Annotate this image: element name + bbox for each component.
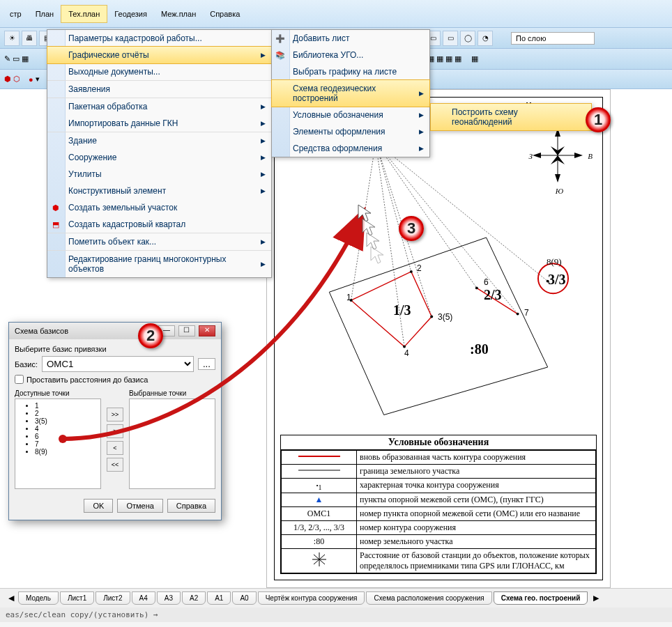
legend-box: Условные обозначения вновь образованная … [280, 435, 597, 574]
tb-btn[interactable]: ◯ [460, 31, 475, 46]
svg-line-19 [376, 142, 548, 281]
sheet-tab[interactable]: Лист2 [96, 591, 130, 605]
menu-item[interactable]: Редактирование границ многоконтурных объ… [47, 250, 271, 277]
menu-geodesy[interactable]: Геодезия [107, 6, 154, 22]
tb-btn[interactable]: ⬢ [4, 75, 11, 84]
distance-checkbox[interactable] [15, 375, 24, 384]
menu-help[interactable]: Справка [203, 6, 247, 22]
move-all-right[interactable]: >> [107, 408, 123, 421]
techplan-dropdown: Параметры кадастровой работы...Графическ… [47, 29, 272, 278]
menu-str[interactable]: стр [3, 6, 29, 22]
svg-point-27 [475, 286, 478, 289]
frac-3-3: 3/3 [548, 272, 566, 288]
tb-btn[interactable]: ⬡ [13, 75, 20, 84]
sheet-tab[interactable]: Схема расположения сооружения [366, 591, 491, 605]
maximize-button[interactable]: ☐ [178, 325, 195, 336]
menu-item[interactable]: Здание▶ [47, 132, 271, 149]
point-item[interactable]: 8(9) [35, 448, 98, 456]
menu-item[interactable]: Графические отчёты▶ [47, 46, 272, 64]
menu-techplan[interactable]: Тех.план [61, 5, 107, 23]
pt-2: 2 [417, 263, 422, 273]
move-left[interactable]: < [107, 441, 123, 455]
menu-item[interactable]: Параметры кадастровой работы... [47, 30, 271, 47]
drawing-page: Схема геодезических построений С Ю В З [266, 89, 611, 588]
menu-item[interactable]: Пакетная обработка▶ [47, 98, 271, 115]
tab-strip: ◀ МодельЛист1Лист2А4А3А2А1А0Чертёж конту… [0, 588, 672, 627]
sheet-tab[interactable]: А2 [182, 591, 206, 605]
pt-3-5: 3(5) [438, 312, 452, 322]
menu-item[interactable]: Создать земельный участок⬢ [47, 199, 271, 216]
pt-7: 7 [524, 308, 529, 318]
selected-list[interactable] [129, 398, 215, 489]
menu-item[interactable]: Выходные документы... [47, 63, 271, 80]
tb-btn[interactable]: 🖶 [22, 31, 37, 46]
tb-btn[interactable]: ▦ [22, 54, 29, 63]
svg-marker-40 [371, 247, 383, 263]
sheet-tab[interactable]: А4 [132, 591, 155, 605]
menu-item[interactable]: Утилиты▶ [47, 166, 271, 183]
point-item[interactable]: 7 [35, 440, 98, 448]
tb-btn[interactable]: ◔ [478, 31, 493, 46]
move-right[interactable]: > [107, 424, 123, 438]
sheet-tab[interactable]: Чертёж контура сооружения [258, 591, 365, 605]
menu-item[interactable]: Создать кадастровый квартал⬒ [47, 216, 271, 233]
menu-item[interactable]: Средства оформления▶ [272, 140, 429, 157]
tb-btn[interactable]: ▭ [443, 31, 458, 46]
menu-item[interactable]: Конструктивный элемент▶ [47, 183, 271, 199]
sheet-tab[interactable]: Схема гео. построений [494, 591, 588, 605]
svg-marker-38 [362, 219, 375, 235]
point-item[interactable]: 4 [35, 425, 98, 433]
tb-btn[interactable]: ✎ [4, 54, 10, 63]
sheet-tab[interactable]: Лист1 [60, 591, 94, 605]
menu-item[interactable]: Импортировать данные ГКН▶ [47, 115, 271, 132]
sheet-tab[interactable]: А0 [232, 591, 256, 605]
menu-item[interactable]: Пометить объект как...▶ [47, 233, 271, 250]
sheet-tab[interactable]: А1 [207, 591, 231, 605]
menu-item[interactable]: Добавить лист➕ [272, 30, 429, 47]
status-bar: eas/sec/clean copy/(установить) → [0, 607, 672, 622]
basis-browse[interactable]: ... [198, 358, 215, 370]
tb-btn[interactable]: ● [29, 75, 33, 84]
menu-item[interactable]: Библиотека УГО...📚 [272, 47, 429, 63]
point-item[interactable]: 1 [35, 402, 98, 410]
svg-point-25 [430, 316, 433, 318]
tb-btn[interactable]: ▦ [436, 54, 443, 63]
tb-btn[interactable]: ☀ [4, 31, 20, 46]
sheet-tab[interactable]: А3 [157, 591, 181, 605]
tb-btn[interactable]: ▦ [471, 54, 478, 63]
basis-select[interactable]: OMC1 [42, 356, 194, 372]
tb-btn[interactable]: ▦ [445, 54, 452, 63]
available-label: Доступные точки [15, 389, 101, 397]
help-button[interactable]: Справка [167, 499, 215, 513]
close-button[interactable]: ✕ [199, 325, 215, 336]
available-list[interactable]: 123(5)4678(9) [15, 398, 101, 489]
point-item[interactable]: 3(5) [35, 417, 98, 425]
menu-item[interactable]: Выбрать графику на листе [272, 63, 429, 80]
layer-combo[interactable]: По слою [511, 32, 595, 45]
survey-sketch [275, 118, 602, 418]
tb-btn[interactable]: ▭ [13, 54, 20, 63]
tab-scroll-right[interactable]: ▶ [589, 594, 603, 603]
scale-label: :80 [470, 341, 489, 357]
menu-item[interactable]: Заявления [47, 80, 271, 98]
pt-8-9: 8(9) [547, 256, 562, 268]
point-item[interactable]: 2 [35, 410, 98, 417]
legend-title: Условные обозначения [281, 435, 596, 450]
menu-item[interactable]: Построить схему геонаблюдений [430, 103, 592, 131]
tb-btn[interactable]: ▾ [36, 75, 40, 84]
menu-mezhplan[interactable]: Меж.план [154, 6, 203, 22]
pt-6: 6 [484, 277, 489, 287]
menu-item[interactable]: Элементы оформления▶ [272, 123, 429, 140]
menu-item[interactable]: Условные обозначения▶ [272, 107, 429, 123]
menu-item[interactable]: Схема геодезических построений▶ [271, 79, 430, 107]
svg-point-26 [403, 346, 406, 348]
move-all-left[interactable]: << [107, 458, 123, 472]
sheet-tab[interactable]: Модель [18, 591, 59, 605]
cancel-button[interactable]: Отмена [117, 499, 162, 513]
point-item[interactable]: 6 [35, 433, 98, 440]
tab-scroll-left[interactable]: ◀ [4, 594, 18, 603]
ok-button[interactable]: OK [84, 499, 113, 513]
menu-plan[interactable]: План [29, 6, 61, 22]
menu-item[interactable]: Сооружение▶ [47, 149, 271, 166]
tb-btn[interactable]: ▦ [455, 54, 461, 63]
